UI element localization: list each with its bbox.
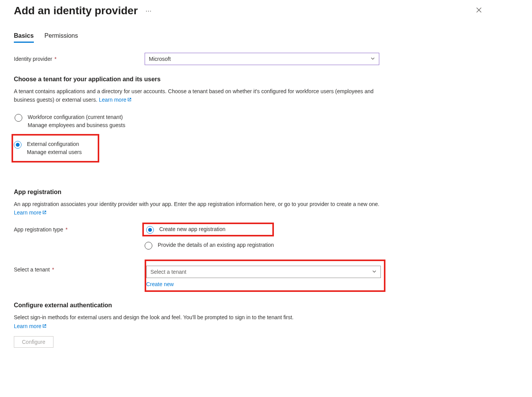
tab-permissions[interactable]: Permissions bbox=[45, 32, 78, 43]
app-reg-text: An app registration associates your iden… bbox=[14, 200, 383, 217]
app-reg-learn-more-text: Learn more bbox=[14, 209, 42, 216]
app-reg-heading: App registration bbox=[14, 189, 518, 196]
existing-app-reg-label: Provide the details of an existing app r… bbox=[158, 241, 274, 249]
radio-circle-icon bbox=[145, 242, 152, 250]
radio-workforce-config[interactable]: Workforce configuration (current tenant)… bbox=[14, 111, 518, 132]
radio-existing-app-reg[interactable]: Provide the details of an existing app r… bbox=[145, 241, 274, 250]
header-left: Add an identity provider ⋯ bbox=[14, 5, 152, 17]
identity-provider-row: Identity provider * Microsoft bbox=[14, 53, 518, 65]
tab-basics[interactable]: Basics bbox=[14, 32, 34, 43]
close-icon[interactable] bbox=[474, 5, 484, 17]
chevron-down-icon bbox=[370, 56, 375, 62]
tenant-section-heading: Choose a tenant for your application and… bbox=[14, 76, 518, 83]
identity-provider-select[interactable]: Microsoft bbox=[145, 53, 379, 65]
radio-texts: External configuration Manage external u… bbox=[27, 140, 82, 156]
app-reg-type-label: App registration type bbox=[14, 226, 63, 233]
tenant-learn-more-text: Learn more bbox=[99, 97, 127, 103]
app-reg-description: An app registration associates your iden… bbox=[14, 201, 379, 207]
page-title: Add an identity provider bbox=[14, 5, 138, 17]
app-reg-type-row: App registration type * Create new app r… bbox=[14, 224, 518, 250]
radio-circle-selected-icon bbox=[146, 226, 154, 234]
create-new-app-reg-label: Create new app registration bbox=[159, 225, 225, 233]
configure-button[interactable]: Configure bbox=[14, 336, 53, 348]
header-row: Add an identity provider ⋯ bbox=[14, 5, 518, 17]
identity-provider-label-text: Identity provider bbox=[14, 56, 52, 62]
create-new-tenant-link[interactable]: Create new bbox=[146, 281, 381, 287]
ext-auth-learn-more-link[interactable]: Learn more bbox=[14, 323, 47, 329]
required-indicator: * bbox=[64, 226, 67, 233]
identity-provider-label: Identity provider * bbox=[14, 56, 145, 62]
select-tenant-label-col: Select a tenant * bbox=[14, 260, 146, 273]
select-tenant-placeholder: Select a tenant bbox=[150, 269, 186, 275]
tenant-config-radio-group: Workforce configuration (current tenant)… bbox=[14, 111, 518, 162]
workforce-sublabel: Manage employees and business guests bbox=[28, 121, 125, 129]
external-link-icon bbox=[42, 323, 47, 329]
required-indicator: * bbox=[53, 56, 57, 62]
more-icon[interactable]: ⋯ bbox=[145, 7, 152, 15]
ext-auth-heading: Configure external authentication bbox=[14, 302, 518, 309]
select-tenant-dropdown[interactable]: Select a tenant bbox=[146, 266, 381, 278]
app-reg-type-options: Create new app registration Provide the … bbox=[145, 224, 274, 250]
radio-circle-icon bbox=[15, 114, 22, 122]
highlight-select-tenant: Select a tenant Create new bbox=[145, 260, 385, 292]
radio-external-config[interactable]: External configuration Manage external u… bbox=[13, 138, 82, 159]
radio-texts: Workforce configuration (current tenant)… bbox=[28, 113, 125, 129]
select-tenant-row: Select a tenant * Select a tenant Create… bbox=[14, 260, 518, 292]
ext-auth-text: Select sign-in methods for external user… bbox=[14, 313, 383, 322]
app-reg-learn-more-link[interactable]: Learn more bbox=[14, 209, 47, 216]
workforce-label: Workforce configuration (current tenant) bbox=[28, 113, 125, 121]
select-tenant-label: Select a tenant bbox=[14, 266, 50, 273]
ext-auth-description: Select sign-in methods for external user… bbox=[14, 314, 294, 320]
external-link-icon bbox=[42, 209, 47, 217]
external-label: External configuration bbox=[27, 140, 82, 148]
tenant-section-text: A tenant contains applications and a dir… bbox=[14, 87, 383, 104]
highlight-create-new-app-reg: Create new app registration bbox=[142, 223, 274, 236]
select-tenant-inner: Select a tenant Create new bbox=[146, 266, 381, 287]
highlight-external-config: External configuration Manage external u… bbox=[12, 134, 99, 162]
app-reg-type-label-col: App registration type * bbox=[14, 224, 145, 233]
tenant-learn-more-link[interactable]: Learn more bbox=[99, 97, 132, 103]
required-indicator: * bbox=[50, 266, 54, 273]
tenant-section-description: A tenant contains applications and a dir… bbox=[14, 88, 374, 103]
external-sublabel: Manage external users bbox=[27, 148, 82, 156]
tabs: Basics Permissions bbox=[14, 32, 518, 43]
ext-auth-learn-more-text: Learn more bbox=[14, 323, 42, 329]
radio-create-new-app-reg[interactable]: Create new app registration bbox=[146, 225, 225, 234]
external-link-icon bbox=[127, 96, 132, 104]
chevron-down-icon bbox=[372, 269, 377, 275]
radio-circle-selected-icon bbox=[14, 141, 22, 149]
identity-provider-value: Microsoft bbox=[149, 56, 171, 62]
